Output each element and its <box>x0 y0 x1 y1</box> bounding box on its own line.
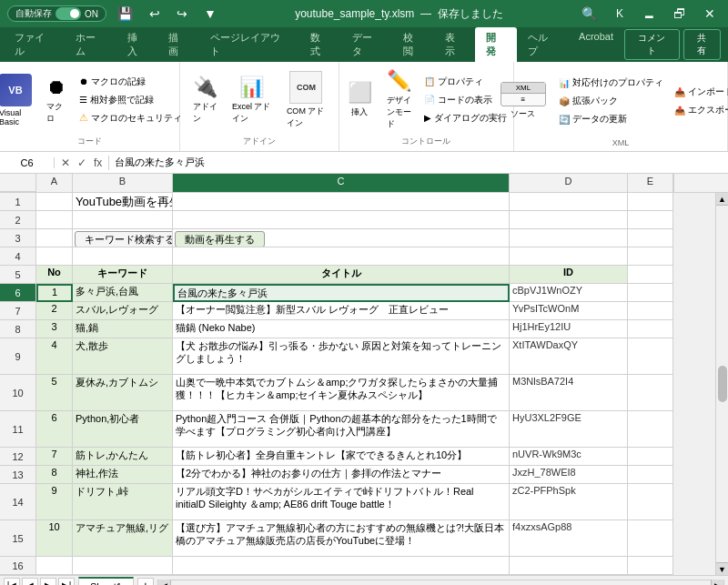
cell-c9[interactable]: 【犬 お散歩の悩み】引っ張る・歩かない 原因と対策を知ってトレーニングしましょう… <box>173 338 510 375</box>
insert-control-button[interactable]: ⬜ 挿入 <box>342 77 378 122</box>
cell-d2[interactable] <box>510 211 628 229</box>
cell-d10[interactable]: M3NlsBA72I4 <box>510 375 628 411</box>
cell-b11[interactable]: Python,初心者 <box>73 411 173 448</box>
cell-a5-no[interactable]: No <box>36 266 73 284</box>
row-header-1[interactable]: 1 <box>0 193 35 211</box>
cell-d15[interactable]: f4xzxsAGp88 <box>510 520 628 557</box>
sheet-tab-sheet1[interactable]: Sheet1 <box>78 577 134 586</box>
row-header-12[interactable]: 12 <box>0 448 35 466</box>
cell-b4[interactable] <box>73 247 173 266</box>
tab-last-button[interactable]: ▶| <box>58 578 75 586</box>
cell-c12[interactable]: 【筋トレ初心者】全身自重キントレ【家でできるきんとれ10分】 <box>173 448 510 466</box>
row-header-8[interactable]: 8 <box>0 320 35 338</box>
row-header-5[interactable]: 5 <box>0 266 35 284</box>
cell-a10[interactable]: 5 <box>36 375 73 411</box>
row-header-13[interactable]: 13 <box>0 466 35 484</box>
cell-b12[interactable]: 筋トレ,かんたん <box>73 448 173 466</box>
cell-e7[interactable] <box>628 302 673 320</box>
cell-e14[interactable] <box>628 484 673 520</box>
cell-d12[interactable]: nUVR-Wk9M3c <box>510 448 628 466</box>
addin-button[interactable]: 🔌 アドイン <box>187 72 223 128</box>
cell-c14[interactable]: リアル頭文字D！サベカがシルエイティで峠ドリフトバトル！Real initial… <box>173 484 510 520</box>
tab-first-button[interactable]: |◀ <box>4 578 20 586</box>
scroll-down-button[interactable]: ▼ <box>716 562 729 575</box>
close-button[interactable]: ✕ <box>699 5 721 23</box>
col-header-d[interactable]: D <box>510 174 628 192</box>
cell-e5[interactable] <box>628 266 673 284</box>
row-header-4[interactable]: 4 <box>0 247 35 266</box>
cell-d13[interactable]: JxzH_78WEI8 <box>510 466 628 484</box>
col-header-c[interactable]: C <box>173 174 510 192</box>
mapping-props-button[interactable]: 📊 対応付けのプロパティ <box>555 75 667 91</box>
relative-ref-button[interactable]: ☰ 相対参照で記録 <box>76 92 186 108</box>
cell-c16[interactable] <box>173 557 510 575</box>
col-header-b[interactable]: B <box>73 174 173 192</box>
cell-a16[interactable] <box>36 557 73 575</box>
cell-e1[interactable] <box>628 193 673 211</box>
cell-b14[interactable]: ドリフト,峠 <box>73 484 173 520</box>
cell-c15[interactable]: 【選び方】アマチュア無線初心者の方におすすめの無線機とは?!大阪日本橋のアマチュ… <box>173 520 510 557</box>
cell-c3[interactable]: 動画を再生する <box>173 229 510 247</box>
cell-d1[interactable] <box>510 193 628 211</box>
cell-c11[interactable]: Python超入門コース 合併版｜Pythonの超基本的な部分をたった1時間で学… <box>173 411 510 448</box>
cell-a7[interactable]: 2 <box>36 302 73 320</box>
cell-c7[interactable]: 【オーナー閲覧注意】新型スバル レヴォーグ 正直レビュー <box>173 302 510 320</box>
tab-view[interactable]: 表示 <box>434 27 476 62</box>
source-button[interactable]: XML ≡ ソース <box>495 78 551 124</box>
row-header-14[interactable]: 14 <box>0 484 35 520</box>
cell-a2[interactable] <box>36 211 73 229</box>
row-header-11[interactable]: 11 <box>0 411 35 448</box>
cell-c10[interactable]: 山奥で一晩中本気でカブトムシ＆amp;クワガタ探したらまさかの大量捕獲！！！【ヒ… <box>173 375 510 411</box>
scroll-right-button[interactable]: ▶ <box>711 580 723 586</box>
tab-developer[interactable]: 開発 <box>475 27 517 62</box>
tab-data[interactable]: データ <box>341 27 392 62</box>
cell-d6[interactable]: cBpVJ1WnOZY <box>510 284 628 302</box>
export-button[interactable]: 📤 エクスポート <box>671 102 728 118</box>
cell-e3[interactable] <box>628 229 673 247</box>
cell-d4[interactable] <box>510 247 628 266</box>
cell-b9[interactable]: 犬,散歩 <box>73 338 173 375</box>
macro-security-button[interactable]: ⚠ マクロのセキュリティ <box>76 110 186 126</box>
cancel-formula-button[interactable]: ✕ <box>58 156 73 170</box>
cell-a3[interactable] <box>36 229 73 247</box>
cell-c5-title[interactable]: タイトル <box>173 266 510 284</box>
cell-e8[interactable] <box>628 320 673 338</box>
row-header-3[interactable]: 3 <box>0 229 35 247</box>
cell-a9[interactable]: 4 <box>36 338 73 375</box>
tab-draw[interactable]: 描画 <box>157 27 199 62</box>
add-sheet-button[interactable]: + <box>137 578 154 586</box>
tab-formulas[interactable]: 数式 <box>299 27 341 62</box>
row-header-9[interactable]: 9 <box>0 338 35 375</box>
cell-d16[interactable] <box>510 557 628 575</box>
col-header-a[interactable]: A <box>36 174 73 192</box>
restore-button[interactable]: 🗗 <box>668 5 692 23</box>
minimize-button[interactable]: 🗕 <box>637 5 661 23</box>
tab-insert[interactable]: 挿入 <box>116 27 158 62</box>
search-button[interactable]: 🔍 <box>576 5 602 23</box>
row-header-16[interactable]: 16 <box>0 557 35 575</box>
cell-d14[interactable]: zC2-PFPhSpk <box>510 484 628 520</box>
tab-pagelayout[interactable]: ページレイアウト <box>199 27 299 62</box>
cell-e11[interactable] <box>628 411 673 448</box>
cell-b1[interactable]: YouTube動画を再生してみよう <box>73 193 173 211</box>
cell-a8[interactable]: 3 <box>36 320 73 338</box>
redo-button[interactable]: ↪ <box>171 5 193 23</box>
play-button[interactable]: 動画を再生する <box>175 231 265 247</box>
cell-d8[interactable]: Hj1HrEy12IU <box>510 320 628 338</box>
tab-acrobat[interactable]: Acrobat <box>568 27 624 62</box>
horizontal-scrollbar[interactable]: ◀ ▶ <box>157 580 724 586</box>
cell-b6[interactable]: 多々戸浜,台風 <box>73 284 173 302</box>
record-macro-button[interactable]: ⏺ マクロの記録 <box>76 74 186 90</box>
cell-a13[interactable]: 8 <box>36 466 73 484</box>
comment-button[interactable]: コメント <box>624 29 680 60</box>
tab-help[interactable]: ヘルプ <box>517 27 568 62</box>
cell-c13[interactable]: 【2分でわかる】神社のお参りの仕方｜参拝の作法とマナー <box>173 466 510 484</box>
tab-review[interactable]: 校閲 <box>392 27 434 62</box>
cell-b7[interactable]: スバル,レヴォーグ <box>73 302 173 320</box>
cell-a1[interactable] <box>36 193 73 211</box>
cell-d3[interactable] <box>510 229 628 247</box>
com-addin-button[interactable]: COM COM アドイン <box>281 67 331 133</box>
cell-e2[interactable] <box>628 211 673 229</box>
row-header-6[interactable]: 6 <box>0 284 35 302</box>
cell-d9[interactable]: XtITAWDaxQY <box>510 338 628 375</box>
